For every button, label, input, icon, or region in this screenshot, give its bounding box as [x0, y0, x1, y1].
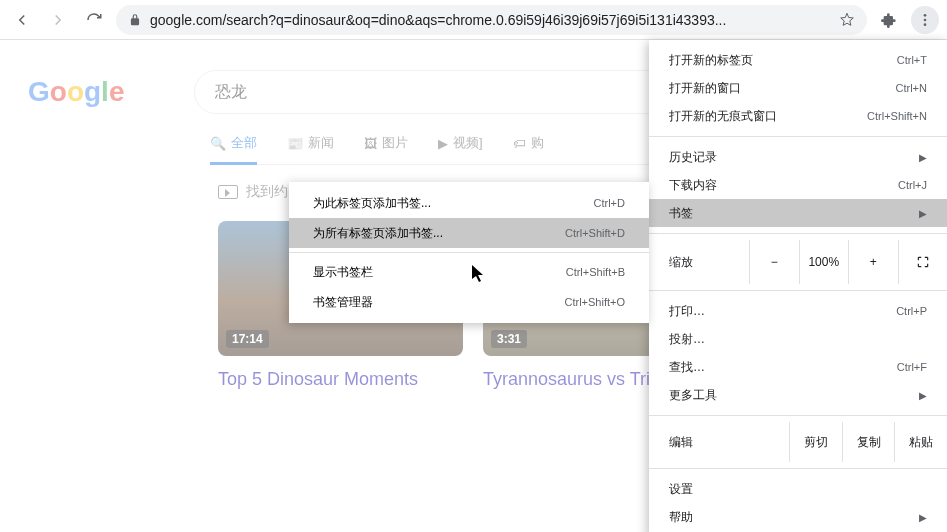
zoom-value: 100% [800, 240, 850, 284]
menu-new-tab[interactable]: 打开新的标签页Ctrl+T [649, 46, 947, 74]
menu-print[interactable]: 打印…Ctrl+P [649, 297, 947, 325]
submenu-manager[interactable]: 书签管理器Ctrl+Shift+O [289, 287, 649, 317]
tab-videos[interactable]: ▶视频] [438, 134, 483, 152]
submenu-bookmark-all[interactable]: 为所有标签页添加书签...Ctrl+Shift+D [289, 218, 649, 248]
svg-point-2 [924, 23, 927, 26]
reload-button[interactable] [80, 6, 108, 34]
menu-downloads[interactable]: 下载内容Ctrl+J [649, 171, 947, 199]
chrome-menu-button[interactable] [911, 6, 939, 34]
google-logo: Google [28, 76, 124, 108]
tab-news[interactable]: 📰新闻 [287, 134, 334, 152]
back-button[interactable] [8, 6, 36, 34]
menu-edit: 编辑 剪切 复制 粘贴 [649, 422, 947, 462]
menu-history[interactable]: 历史记录▶ [649, 143, 947, 171]
cursor-icon [472, 265, 486, 283]
search-input[interactable]: 恐龙 [194, 70, 694, 114]
chrome-menu: 打开新的标签页Ctrl+T 打开新的窗口Ctrl+N 打开新的无痕式窗口Ctrl… [649, 40, 947, 532]
menu-settings[interactable]: 设置 [649, 475, 947, 503]
tab-images[interactable]: 🖼图片 [364, 134, 408, 152]
svg-point-0 [924, 14, 927, 17]
menu-more-tools[interactable]: 更多工具▶ [649, 381, 947, 409]
menu-find[interactable]: 查找…Ctrl+F [649, 353, 947, 381]
menu-cast[interactable]: 投射… [649, 325, 947, 353]
extensions-button[interactable] [875, 6, 903, 34]
menu-bookmarks[interactable]: 书签▶ [649, 199, 947, 227]
edit-copy[interactable]: 复制 [842, 422, 895, 462]
video-title: Top 5 Dinosaur Moments [218, 368, 463, 391]
star-icon[interactable] [839, 12, 855, 28]
svg-point-1 [924, 18, 927, 21]
video-duration: 3:31 [491, 330, 527, 348]
tab-all[interactable]: 🔍全部 [210, 134, 257, 165]
url-text: google.com/search?q=dinosaur&oq=dino&aqs… [150, 12, 831, 28]
submenu-bookmark-this[interactable]: 为此标签页添加书签...Ctrl+D [289, 188, 649, 218]
submenu-show-bar[interactable]: 显示书签栏Ctrl+Shift+B [289, 257, 649, 287]
menu-zoom: 缩放 − 100% + [649, 240, 947, 284]
forward-button[interactable] [44, 6, 72, 34]
address-bar[interactable]: google.com/search?q=dinosaur&oq=dino&aqs… [116, 5, 867, 35]
video-duration: 17:14 [226, 330, 269, 348]
browser-toolbar: google.com/search?q=dinosaur&oq=dino&aqs… [0, 0, 947, 40]
edit-paste[interactable]: 粘贴 [894, 422, 947, 462]
tab-shopping[interactable]: 🏷购 [513, 134, 544, 152]
edit-cut[interactable]: 剪切 [789, 422, 842, 462]
zoom-out-button[interactable]: − [750, 240, 800, 284]
bookmarks-submenu: 为此标签页添加书签...Ctrl+D 为所有标签页添加书签...Ctrl+Shi… [289, 182, 649, 323]
zoom-in-button[interactable]: + [849, 240, 899, 284]
lock-icon [128, 13, 142, 27]
menu-incognito[interactable]: 打开新的无痕式窗口Ctrl+Shift+N [649, 102, 947, 130]
fullscreen-button[interactable] [899, 240, 948, 284]
menu-help[interactable]: 帮助▶ [649, 503, 947, 531]
menu-new-window[interactable]: 打开新的窗口Ctrl+N [649, 74, 947, 102]
